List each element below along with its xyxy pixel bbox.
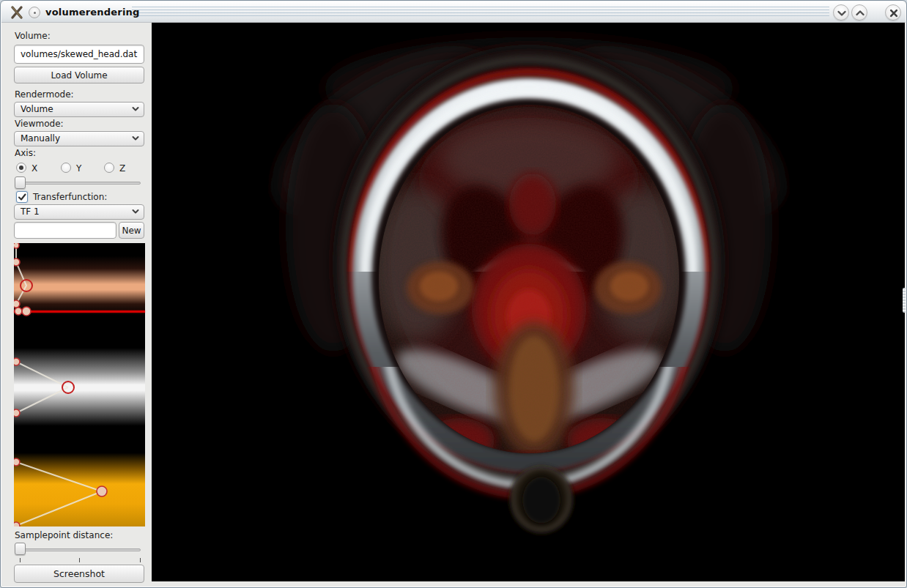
tf-segment-line — [16, 362, 68, 387]
samplepoint-slider-groove[interactable] — [15, 548, 141, 551]
viewmode-label: Viewmode: — [15, 119, 64, 129]
samplepoint-slider-handle[interactable] — [15, 543, 26, 555]
tf-control-point[interactable] — [14, 522, 20, 526]
viewmode-value: Manually — [21, 133, 60, 144]
transferfunction-label: Transferfunction: — [33, 192, 107, 202]
tf-control-point[interactable] — [14, 258, 20, 266]
window-sticky-button[interactable] — [29, 7, 40, 18]
rendermode-select[interactable]: Volume — [14, 102, 144, 117]
volume-render-skull — [152, 23, 905, 581]
axis-radio-z-label: Z — [119, 163, 125, 174]
axis-radio-x[interactable] — [16, 163, 26, 173]
screenshot-button[interactable]: Screenshot — [14, 565, 144, 583]
tf-segment-line — [16, 462, 102, 491]
tf-value: TF 1 — [21, 206, 40, 217]
tf-control-point[interactable] — [14, 358, 20, 365]
window-shade-down-button[interactable] — [833, 4, 849, 21]
chevron-down-icon — [834, 5, 850, 21]
window-shade-up-button[interactable] — [851, 4, 867, 21]
axis-slice-slider-groove[interactable] — [15, 182, 141, 185]
volume-render-viewport[interactable] — [152, 23, 905, 581]
tf-control-point[interactable] — [97, 486, 107, 496]
radio-dot-icon — [19, 165, 23, 170]
chevron-up-icon — [852, 5, 868, 21]
app-icon[interactable] — [10, 5, 24, 20]
control-sidebar: Volume: Load Volume Rendermode: Volume V… — [1, 23, 152, 587]
app-window: volumerendering Volume: Load Volume Rend… — [0, 0, 907, 588]
axis-radio-z[interactable] — [104, 163, 114, 173]
volume-path-input[interactable] — [14, 45, 144, 64]
transferfunction-checkbox[interactable] — [16, 191, 28, 203]
tf-control-point[interactable] — [22, 307, 31, 316]
x-logo-icon — [10, 5, 24, 20]
transferfunction-editor-canvas[interactable] — [14, 243, 145, 526]
tf-control-point[interactable] — [15, 308, 22, 315]
tf-segment-line — [16, 387, 68, 413]
tf-control-point[interactable] — [62, 382, 74, 393]
window-body: Volume: Load Volume Rendermode: Volume V… — [1, 23, 906, 587]
axis-radio-y-label: Y — [76, 163, 81, 174]
close-icon — [886, 5, 902, 21]
axis-label: Axis: — [15, 148, 36, 158]
rendermode-value: Volume — [21, 104, 53, 114]
window-title: volumerendering — [45, 1, 140, 23]
viewmode-select[interactable]: Manually — [14, 131, 144, 146]
new-tf-button[interactable]: New — [119, 222, 144, 239]
chevron-down-icon — [132, 209, 139, 215]
resize-handle[interactable] — [903, 288, 906, 313]
tf-control-points-overlay[interactable] — [14, 243, 145, 526]
tf-control-point[interactable] — [14, 300, 20, 308]
window-close-button[interactable] — [885, 4, 901, 21]
titlebar-stripes — [132, 4, 829, 18]
chevron-down-icon — [132, 135, 139, 141]
axis-radio-x-label: X — [32, 163, 37, 174]
tf-control-point[interactable] — [14, 458, 20, 466]
dot-icon — [34, 12, 36, 14]
tf-name-input[interactable] — [14, 222, 116, 239]
tf-control-point[interactable] — [21, 280, 32, 291]
load-volume-button[interactable]: Load Volume — [14, 67, 144, 83]
check-icon — [17, 192, 27, 202]
rendermode-label: Rendermode: — [15, 89, 74, 100]
axis-radio-y[interactable] — [61, 163, 71, 173]
tf-control-point[interactable] — [14, 243, 19, 248]
tf-control-point[interactable] — [14, 409, 20, 417]
volume-label: Volume: — [15, 31, 51, 41]
tf-segment-line — [16, 491, 102, 526]
samplepoint-label: Samplepoint distance: — [15, 530, 113, 540]
axis-slice-slider-handle[interactable] — [15, 176, 26, 189]
tf-select[interactable]: TF 1 — [14, 204, 144, 220]
titlebar[interactable]: volumerendering — [1, 1, 906, 23]
chevron-down-icon — [132, 106, 139, 112]
